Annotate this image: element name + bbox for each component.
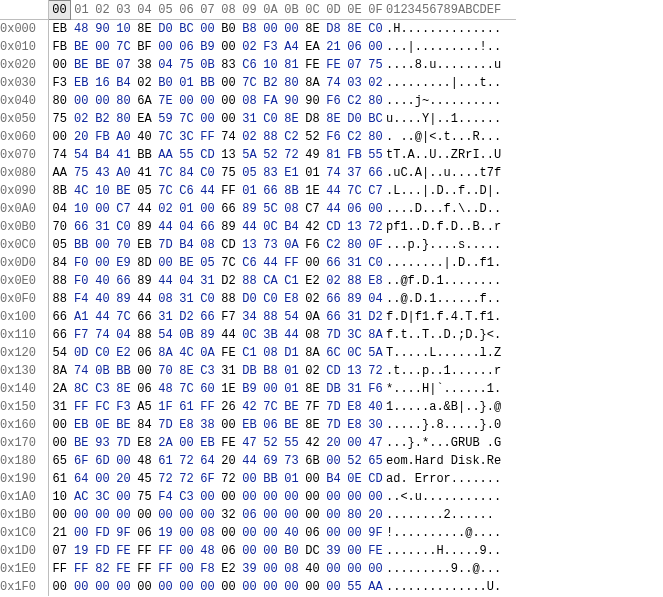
hex-byte[interactable]: 02 (71, 110, 93, 128)
hex-byte[interactable]: 88 (49, 290, 71, 308)
hex-byte[interactable]: 00 (218, 416, 239, 434)
hex-byte[interactable]: C0 (197, 290, 218, 308)
hex-byte[interactable]: E1 (281, 164, 302, 182)
hex-byte[interactable]: 00 (134, 506, 155, 524)
hex-byte[interactable]: 3C (92, 488, 113, 506)
row-address[interactable]: 0x0F0 (0, 290, 49, 308)
hex-byte[interactable]: 64 (197, 452, 218, 470)
ascii-cell[interactable]: *....H|`......1. (386, 380, 516, 398)
hex-byte[interactable]: 00 (92, 254, 113, 272)
hex-byte[interactable]: 00 (281, 488, 302, 506)
hex-byte[interactable]: 83 (218, 56, 239, 74)
hex-byte[interactable]: 00 (344, 524, 365, 542)
hex-byte[interactable]: FD (92, 542, 113, 560)
hex-byte[interactable]: 7C (155, 164, 176, 182)
hex-byte[interactable]: 00 (302, 578, 323, 596)
col-header-01[interactable]: 01 (71, 1, 93, 20)
ascii-cell[interactable]: .........|...t.. (386, 74, 516, 92)
hex-byte[interactable]: 20 (113, 470, 134, 488)
hex-byte[interactable]: FF (134, 560, 155, 578)
hex-byte[interactable]: 69 (260, 452, 281, 470)
hex-byte[interactable]: 31 (49, 398, 71, 416)
hex-byte[interactable]: 83 (260, 164, 281, 182)
row-address[interactable]: 0x0D0 (0, 254, 49, 272)
hex-byte[interactable]: 00 (197, 20, 218, 39)
ascii-cell[interactable]: ....8.u........u (386, 56, 516, 74)
hex-byte[interactable]: 04 (113, 326, 134, 344)
hex-byte[interactable]: BE (176, 254, 197, 272)
hex-byte[interactable]: 04 (176, 218, 197, 236)
hex-byte[interactable]: 31 (344, 308, 365, 326)
hex-byte[interactable]: FF (281, 254, 302, 272)
hex-byte[interactable]: C2 (323, 236, 344, 254)
col-header-0C[interactable]: 0C (302, 1, 323, 20)
hex-byte[interactable]: 06 (134, 344, 155, 362)
hex-byte[interactable]: FA (260, 92, 281, 110)
hex-byte[interactable]: 72 (218, 470, 239, 488)
hex-byte[interactable]: 07 (344, 56, 365, 74)
row-address[interactable]: 0x190 (0, 470, 49, 488)
hex-byte[interactable]: 72 (155, 470, 176, 488)
hex-byte[interactable]: 80 (365, 128, 386, 146)
hex-byte[interactable]: FC (92, 398, 113, 416)
hex-byte[interactable]: F8 (197, 560, 218, 578)
hex-byte[interactable]: B4 (92, 146, 113, 164)
hex-byte[interactable]: 7C (218, 254, 239, 272)
hex-byte[interactable]: 66 (49, 326, 71, 344)
hex-byte[interactable]: 80 (344, 506, 365, 524)
hex-byte[interactable]: 0B (92, 362, 113, 380)
row-address[interactable]: 0x0B0 (0, 218, 49, 236)
ascii-cell[interactable]: !..........@.... (386, 524, 516, 542)
hex-byte[interactable]: AA (365, 578, 386, 596)
hex-byte[interactable]: 00 (113, 452, 134, 470)
ascii-cell[interactable]: .......H.....9.. (386, 542, 516, 560)
row-address[interactable]: 0x0E0 (0, 272, 49, 290)
hex-byte[interactable]: 20 (71, 128, 93, 146)
hex-byte[interactable]: 84 (176, 164, 197, 182)
hex-byte[interactable]: 41 (113, 146, 134, 164)
hex-byte[interactable]: 08 (260, 344, 281, 362)
hex-byte[interactable]: 89 (113, 290, 134, 308)
hex-byte[interactable]: 01 (302, 164, 323, 182)
hex-byte[interactable]: 00 (260, 506, 281, 524)
hex-byte[interactable]: 00 (218, 524, 239, 542)
hex-byte[interactable]: 00 (218, 110, 239, 128)
hex-byte[interactable]: CD (323, 362, 344, 380)
hex-byte[interactable]: C2 (344, 128, 365, 146)
hex-byte[interactable]: F4 (155, 488, 176, 506)
hex-byte[interactable]: 60 (197, 380, 218, 398)
hex-byte[interactable]: FF (71, 398, 93, 416)
hex-byte[interactable]: 00 (155, 254, 176, 272)
hex-byte[interactable]: 00 (323, 506, 344, 524)
hex-byte[interactable]: 00 (176, 524, 197, 542)
hex-byte[interactable]: 05 (239, 164, 260, 182)
hex-byte[interactable]: 00 (302, 488, 323, 506)
hex-byte[interactable]: 02 (302, 290, 323, 308)
hex-byte[interactable]: 0C (239, 326, 260, 344)
hex-byte[interactable]: E2 (302, 272, 323, 290)
hex-byte[interactable]: BB (197, 74, 218, 92)
ascii-cell[interactable]: .t...p..1......r (386, 362, 516, 380)
hex-byte[interactable]: 13 (344, 218, 365, 236)
hex-byte[interactable]: 48 (71, 20, 93, 39)
hex-byte[interactable]: 13 (218, 146, 239, 164)
row-address[interactable]: 0x0A0 (0, 200, 49, 218)
row-address[interactable]: 0x040 (0, 92, 49, 110)
hex-byte[interactable]: 44 (218, 326, 239, 344)
hex-byte[interactable]: 00 (239, 470, 260, 488)
hex-byte[interactable]: 01 (281, 380, 302, 398)
hex-byte[interactable]: 6F (71, 452, 93, 470)
hex-byte[interactable]: 40 (281, 524, 302, 542)
hex-byte[interactable]: 40 (302, 560, 323, 578)
hex-byte[interactable]: 1F (155, 398, 176, 416)
hex-byte[interactable]: 39 (239, 560, 260, 578)
col-header-02[interactable]: 02 (92, 1, 113, 20)
row-address[interactable]: 0x140 (0, 380, 49, 398)
hex-byte[interactable]: 55 (365, 146, 386, 164)
hex-byte[interactable]: 66 (365, 164, 386, 182)
ascii-cell[interactable]: ...}.*...GRUB .G (386, 434, 516, 452)
hex-byte[interactable]: 64 (71, 470, 93, 488)
hex-byte[interactable]: 81 (323, 146, 344, 164)
hex-byte[interactable]: 93 (92, 434, 113, 452)
hex-byte[interactable]: 00 (155, 578, 176, 596)
